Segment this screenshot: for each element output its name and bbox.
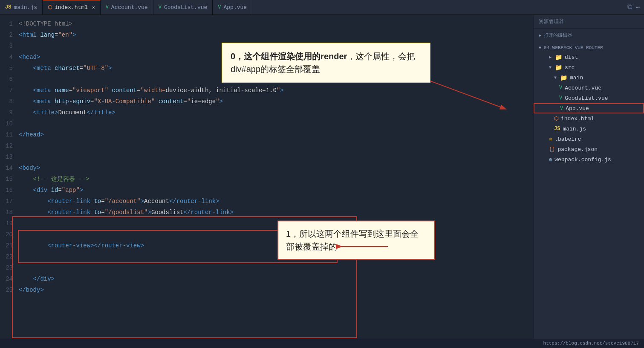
chevron-down-icon: ▼ [539, 46, 541, 50]
sidebar-item-src[interactable]: ▼ 📁 src [534, 62, 644, 72]
tab-app-vue[interactable]: V App.vue [213, 0, 252, 14]
item-label: App.vue [566, 105, 589, 112]
vue-icon: V [106, 4, 109, 10]
code-line: </body> [19, 284, 533, 296]
code-line: </div> [19, 273, 533, 284]
sidebar-section-open-editors: ▶ 打开的编辑器 [534, 29, 644, 42]
folder-icon: 📁 [555, 54, 562, 61]
code-line [19, 218, 533, 229]
js-icon: JS [5, 4, 11, 10]
item-label: webpack.config.js [554, 157, 611, 163]
line-numbers: 12345 678910 1112131415 1617181920 21222… [0, 18, 17, 339]
code-line: <router-link to="/account">Account</rout… [19, 196, 533, 207]
vue-file-icon: V [559, 95, 562, 101]
split-editor-icon[interactable]: ⧉ [627, 3, 632, 12]
code-line: <!DOCTYPE html> [19, 18, 533, 29]
sidebar-item-index-html[interactable]: ⬡ index.html [534, 113, 644, 124]
open-editors-title[interactable]: ▶ 打开的编辑器 [534, 30, 644, 40]
tab-account-vue[interactable]: V Account.vue [101, 0, 153, 14]
code-line [19, 251, 533, 262]
code-line: <html lang="en"> [19, 29, 533, 41]
close-icon[interactable]: ✕ [92, 5, 95, 10]
vue-icon: V [218, 4, 221, 10]
code-line [19, 140, 533, 151]
babel-icon: ≋ [549, 136, 552, 142]
code-line: <!-- 这是容器 --> [19, 174, 533, 185]
code-line: <div id="app"> [19, 185, 533, 196]
tab-index-html[interactable]: ⬡ index.html ✕ [43, 0, 101, 14]
tab-label: Account.vue [111, 4, 148, 11]
more-actions-icon[interactable]: ⋯ [635, 3, 640, 12]
vue-icon: V [159, 4, 162, 10]
item-label: Account.vue [565, 85, 601, 91]
tab-label: main.js [14, 4, 37, 11]
sidebar-item-main[interactable]: ▼ 📁 main [534, 72, 644, 83]
code-line: </head> [19, 129, 533, 140]
code-line: <router-view></router-view> [19, 240, 533, 251]
item-label: main [570, 75, 583, 81]
item-label: index.html [561, 116, 594, 122]
sidebar-item-goodslist-vue[interactable]: V GoodsList.vue [534, 93, 644, 103]
tab-label: index.html [55, 4, 88, 11]
webpack-icon: ⚙ [549, 157, 552, 163]
tab-actions: ⧉ ⋯ [623, 3, 644, 12]
item-label: src [565, 64, 575, 71]
tab-goodslist-vue[interactable]: V GoodsList.vue [153, 0, 213, 14]
sidebar: 资源管理器 ▶ 打开的编辑器 ▼ 04.WEBPACK-VUE-ROUTER ▶… [533, 15, 644, 339]
json-file-icon: {} [549, 146, 555, 152]
sidebar-section-project: ▼ 04.WEBPACK-VUE-ROUTER ▶ 📁 dist ▼ 📁 src… [534, 42, 644, 166]
tab-label: GoodsList.vue [164, 4, 207, 11]
vue-file-icon: V [560, 105, 563, 111]
project-label: 04.WEBPACK-VUE-ROUTER [544, 45, 603, 50]
chevron-right-icon: ▶ [549, 55, 552, 60]
editor-area: 12345 678910 1112131415 1617181920 21222… [0, 15, 533, 339]
code-line: <body> [19, 162, 533, 174]
folder-icon: 📁 [560, 74, 567, 81]
sidebar-item-main-js[interactable]: JS main.js [534, 124, 644, 134]
chevron-right-icon: ▶ [539, 33, 541, 38]
annotation-box-0: 0，这个组件渲染使用的render，这个属性，会把div#app的标签全部覆盖 [222, 43, 430, 83]
annotation-box-1: 1，所以这两个组件写到这里面会全部被覆盖掉的 [277, 220, 435, 260]
sidebar-header: 资源管理器 [534, 15, 644, 29]
sidebar-item-package-json[interactable]: {} package.json [534, 144, 644, 154]
chevron-down-icon: ▼ [554, 75, 557, 80]
tab-bar: JS main.js ⬡ index.html ✕ V Account.vue … [0, 0, 644, 15]
sidebar-item-babelrc[interactable]: ≋ .babelrc [534, 134, 644, 144]
code-line [19, 262, 533, 273]
tab-label: App.vue [224, 4, 247, 11]
sidebar-item-dist[interactable]: ▶ 📁 dist [534, 52, 644, 62]
sidebar-item-account-vue[interactable]: V Account.vue [534, 83, 644, 93]
status-bar: https://blog.csdn.net/steve1988717 [0, 339, 644, 348]
vue-file-icon: V [559, 85, 562, 91]
status-url: https://blog.csdn.net/steve1988717 [543, 341, 639, 346]
js-file-icon: JS [554, 126, 560, 132]
code-line [19, 151, 533, 162]
item-label: GoodsList.vue [565, 95, 608, 102]
code-line [19, 229, 533, 240]
sidebar-item-app-vue[interactable]: V App.vue [534, 103, 644, 113]
item-label: package.json [557, 146, 598, 153]
code-line [19, 118, 533, 129]
item-label: .babelrc [554, 136, 581, 142]
annotation1-text: 1，所以这两个组件写到这里面会全部被覆盖掉的 [286, 229, 419, 251]
html-file-icon: ⬡ [554, 116, 558, 122]
code-line: <title>Document</title> [19, 107, 533, 118]
item-label: dist [565, 54, 578, 61]
item-label: main.js [563, 126, 586, 132]
tab-main-js[interactable]: JS main.js [0, 0, 43, 14]
main-area: 12345 678910 1112131415 1617181920 21222… [0, 15, 644, 339]
code-line: <meta http-equiv="X-UA-Compatible" conte… [19, 96, 533, 107]
project-title[interactable]: ▼ 04.WEBPACK-VUE-ROUTER [534, 44, 644, 52]
chevron-down-icon: ▼ [549, 65, 552, 70]
section-label: 打开的编辑器 [544, 32, 572, 38]
code-line: <meta name="viewport" content="width=dev… [19, 85, 533, 96]
folder-icon: 📁 [555, 64, 562, 71]
sidebar-item-webpack-config[interactable]: ⚙ webpack.config.js [534, 154, 644, 165]
code-line: <router-link to="/goodslist">Goodslist</… [19, 207, 533, 218]
html-icon: ⬡ [48, 4, 52, 11]
